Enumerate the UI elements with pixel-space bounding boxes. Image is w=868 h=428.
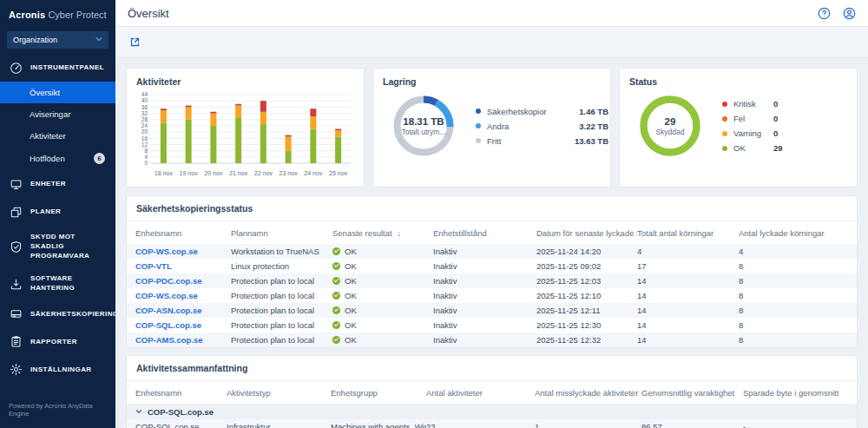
activity-group-label: COP-SQL.cop.se bbox=[148, 407, 214, 417]
table-row[interactable]: COP-ASN.cop.seProtection plan to localOK… bbox=[127, 303, 857, 318]
column-header-totalt-antal-körningar[interactable]: Totalt antal körningar bbox=[637, 228, 739, 238]
status-legend: Kritisk0Fel0Varning0OK29 bbox=[722, 98, 783, 154]
organization-selector[interactable]: Organization bbox=[7, 31, 108, 49]
device-link[interactable]: COP-AMS.cop.se bbox=[135, 335, 203, 345]
device-link[interactable]: COP-VTL bbox=[135, 261, 172, 271]
table-row[interactable]: COP-AMS.cop.seProtection plan to localOK… bbox=[127, 333, 857, 347]
device-link[interactable]: COP-WS.cop.se bbox=[135, 247, 198, 256]
legend-item-säkerhetskopior: Säkerhetskopior1.46 TB bbox=[476, 106, 608, 117]
sidebar-item-säkerhetskopiering[interactable]: SÄKERHETSKOPIERING... bbox=[0, 300, 115, 328]
device-state: Inaktiv bbox=[433, 261, 536, 271]
sidebar-item-skydd-mot-skadlig-programvara[interactable]: SKYDD MOT SKADLIG PROGRAMVARA bbox=[0, 226, 115, 267]
device-group: Machines with agents, Windo... bbox=[331, 422, 426, 428]
sidebar: Acronis Cyber Protect Organization INSTR… bbox=[0, 0, 115, 428]
legend-label: Varning bbox=[733, 128, 773, 138]
sidebar-item-planer[interactable]: PLANER bbox=[0, 198, 115, 226]
legend-item-fel: Fel0 bbox=[722, 113, 783, 124]
settings-icon bbox=[9, 363, 23, 377]
backup-status-card: Säkerhetskopieringsstatus EnhetsnamnPlan… bbox=[126, 195, 858, 348]
device-link[interactable]: COP-SQL.cop.se bbox=[135, 320, 201, 330]
sidebar-item-instrumentpanel[interactable]: INSTRUMENTPANEL bbox=[0, 54, 115, 82]
sidebar-item-label: Aktiviteter bbox=[30, 131, 66, 141]
column-header-sparade-byte-i-genomsnitt[interactable]: Sparade byte i genomsnitt bbox=[743, 388, 857, 398]
plan-name: Protection plan to local bbox=[231, 306, 332, 315]
plan-name: Protection plan to local bbox=[231, 276, 332, 286]
device-link[interactable]: COP-PDC.cop.se bbox=[135, 276, 202, 286]
ok-status-icon bbox=[332, 336, 340, 344]
column-header-antal-aktiviteter[interactable]: Antal aktiviteter bbox=[426, 388, 535, 398]
last-success-date: 2025-11-25 12:32 bbox=[536, 335, 637, 345]
table-row[interactable]: COP-WS.cop.seWorkstation to TrueNASOKIna… bbox=[127, 244, 857, 259]
activity-group-row[interactable]: COP-SQL.cop.se bbox=[127, 404, 857, 419]
legend-label: Fritt bbox=[487, 136, 563, 146]
total-runs: 14 bbox=[637, 320, 739, 330]
table-row[interactable]: COP-PDC.cop.seProtection plan to localOK… bbox=[127, 273, 857, 288]
sidebar-item-översikt[interactable]: Översikt bbox=[0, 82, 115, 103]
activities-card: Aktiviteter 04812162024283236404418 nov1… bbox=[126, 68, 365, 188]
total-runs: 14 bbox=[637, 335, 739, 345]
legend-value: 13.63 TB bbox=[563, 136, 608, 146]
device-state: Inaktiv bbox=[433, 276, 536, 286]
svg-text:16: 16 bbox=[141, 135, 148, 142]
chevron-down-icon bbox=[95, 36, 102, 44]
device-state: Inaktiv bbox=[433, 247, 536, 256]
column-header-antal-misslyckade-aktiviteter[interactable]: Antal misslyckade aktiviteter bbox=[535, 388, 641, 398]
legend-label: Kritisk bbox=[733, 99, 773, 109]
sidebar-item-aviseringar[interactable]: Aviseringar bbox=[0, 103, 115, 125]
storage-card: Lagring 18.31 TB Totalt utrym... Säkerhe… bbox=[372, 68, 611, 188]
table-row[interactable]: COP-SQL.cop.seInfrastrukturMachines with… bbox=[127, 419, 857, 428]
legend-dot bbox=[476, 109, 481, 114]
app-logo: Acronis Cyber Protect bbox=[0, 0, 115, 27]
plan-name: Protection plan to local bbox=[231, 320, 332, 330]
column-header-enhetsgrupp[interactable]: Enhetsgrupp bbox=[331, 388, 426, 398]
column-header-enhetsnamn[interactable]: Enhetsnamn bbox=[135, 228, 231, 238]
column-header-enhetsnamn[interactable]: Enhetsnamn bbox=[135, 388, 227, 398]
account-icon[interactable] bbox=[843, 7, 856, 20]
legend-value: 1.46 TB bbox=[563, 107, 608, 116]
sidebar-item-label: ENHETER bbox=[30, 180, 66, 189]
sidebar-item-enheter[interactable]: ENHETER bbox=[0, 170, 115, 198]
column-header-senaste-resultat[interactable]: Senaste resultat ↓ bbox=[332, 228, 433, 238]
table-row[interactable]: COP-WS.cop.seProtection plan to localOKI… bbox=[127, 288, 857, 303]
last-result: OK bbox=[332, 320, 433, 330]
successful-runs: 8 bbox=[739, 306, 857, 315]
column-header-aktivitetstyp[interactable]: Aktivitetstyp bbox=[227, 388, 331, 398]
column-header-enhetstillstånd[interactable]: Enhetstillstånd bbox=[433, 228, 536, 238]
sidebar-item-hotflöden[interactable]: Hotflöden6 bbox=[0, 147, 115, 170]
sidebar-item-aktiviteter[interactable]: Aktiviteter bbox=[0, 125, 115, 147]
total-runs: 14 bbox=[637, 276, 739, 286]
sidebar-item-software-hantering[interactable]: SOFTWARE HANTERING bbox=[0, 267, 115, 300]
sidebar-item-inställningar[interactable]: INSTÄLLNINGAR bbox=[0, 356, 115, 384]
sort-descending-icon: ↓ bbox=[397, 229, 401, 238]
table-row[interactable]: COP-SQL.cop.seProtection plan to localOK… bbox=[127, 318, 857, 333]
column-header-antal-lyckade-körningar[interactable]: Antal lyckade körningar bbox=[739, 228, 857, 238]
device-name: COP-SQL.cop.se bbox=[135, 422, 227, 428]
last-success-date: 2025-11-25 12:30 bbox=[536, 320, 637, 330]
device-state: Inaktiv bbox=[433, 291, 536, 300]
device-link[interactable]: COP-ASN.cop.se bbox=[135, 306, 202, 315]
column-header-plannamn[interactable]: Plannamn bbox=[231, 228, 332, 238]
help-icon[interactable] bbox=[818, 7, 831, 20]
gauge-icon bbox=[9, 61, 23, 75]
storage-card-title: Lagring bbox=[373, 69, 610, 89]
sidebar-item-label: INSTÄLLNINGAR bbox=[30, 365, 92, 375]
open-in-new-window-icon[interactable] bbox=[128, 36, 141, 49]
device-link[interactable]: COP-WS.cop.se bbox=[135, 291, 198, 300]
software-icon bbox=[9, 277, 23, 291]
svg-text:19 nov: 19 nov bbox=[180, 170, 199, 176]
column-header-datum-för-senaste-lyckade-sä[interactable]: Datum för senaste lyckade sä... bbox=[536, 228, 637, 238]
column-header-genomsnittlig-varaktighet[interactable]: Genomsnittlig varaktighet bbox=[641, 388, 743, 398]
failed-count: 1 bbox=[535, 422, 641, 428]
svg-text:32: 32 bbox=[141, 110, 148, 116]
svg-text:24 nov: 24 nov bbox=[304, 170, 323, 176]
status-card: Status 29 Skyddad Kritisk0Fel0Varning0OK… bbox=[619, 68, 858, 188]
svg-text:22 nov: 22 nov bbox=[254, 170, 273, 176]
dashboard-content: Aktiviteter 04812162024283236404418 nov1… bbox=[115, 58, 868, 428]
plan-name: Protection plan to local bbox=[231, 291, 332, 300]
activities-bar-chart: 04812162024283236404418 nov19 nov20 nov2… bbox=[132, 89, 359, 182]
sidebar-item-rapporter[interactable]: RAPPORTER bbox=[0, 328, 115, 356]
legend-item-varning: Varning0 bbox=[722, 128, 783, 139]
svg-text:21 nov: 21 nov bbox=[229, 170, 248, 176]
table-row[interactable]: COP-VTLLinux protectionOKInaktiv2025-11-… bbox=[127, 259, 857, 273]
status-protected-count: 29 bbox=[665, 116, 676, 127]
